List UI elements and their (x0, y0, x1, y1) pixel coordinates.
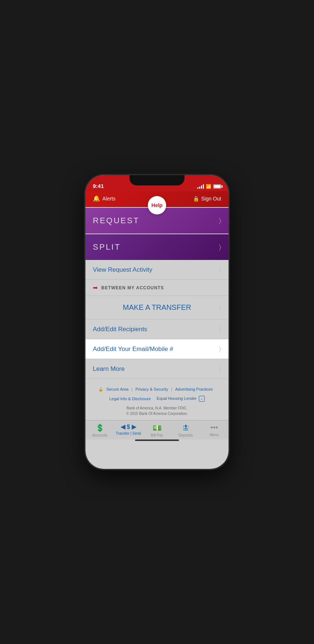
learn-more-item[interactable]: Learn More 〉 (85, 359, 229, 379)
accounts-icon: 💲 (95, 423, 105, 432)
home-indicator (135, 439, 179, 441)
add-edit-email-item[interactable]: Add/Edit Your Email/Mobile # 〉 (85, 339, 229, 359)
between-accounts-label: BETWEEN MY ACCOUNTS (101, 285, 164, 290)
split-label: SPLIT (93, 242, 121, 252)
help-button[interactable]: Help (148, 196, 166, 214)
header-bar: 🔔 Alerts Help 🔒 Sign Out (85, 191, 229, 207)
deposits-icon: 🏦 (181, 423, 190, 432)
equal-housing-link[interactable]: Equal Housing Lender ⌂ (154, 395, 208, 402)
lock-icon: 🔒 (193, 196, 199, 202)
tab-transfer-send[interactable]: ◀ $ ▶ Transfer | Send (114, 423, 143, 437)
bill-pay-icon: 💵 (153, 423, 162, 432)
split-button[interactable]: SPLIT 〉 (85, 234, 229, 260)
between-accounts-header: ➡ BETWEEN MY ACCOUNTS (85, 280, 229, 296)
add-edit-recipients-label: Add/Edit Recipients (93, 326, 147, 333)
view-request-chevron-icon: 〉 (219, 266, 221, 274)
phone-frame: 9:41 📶 🔔 Alerts Help (85, 175, 229, 469)
add-edit-recipients-item[interactable]: Add/Edit Recipients 〉 (85, 319, 229, 339)
wifi-icon: 📶 (206, 184, 211, 189)
request-chevron-icon: 〉 (219, 217, 221, 225)
deposits-label: Deposits (179, 433, 193, 437)
footer-copyright: Bank of America, N.A. Member FDIC. © 201… (93, 405, 221, 416)
alerts-button[interactable]: 🔔 Alerts (93, 195, 116, 202)
make-transfer-chevron-icon: 〉 (219, 304, 221, 311)
add-edit-recipients-chevron-icon: 〉 (219, 325, 221, 333)
alerts-label: Alerts (102, 196, 116, 202)
status-icons: 📶 (197, 184, 221, 189)
status-time: 9:41 (93, 183, 104, 189)
phone-screen: 9:41 📶 🔔 Alerts Help (85, 175, 229, 469)
accounts-label: Accounts (92, 433, 107, 437)
notch (129, 175, 185, 185)
tab-bar: 💲 Accounts ◀ $ ▶ Transfer | Send 💵 Bill … (85, 420, 229, 439)
footer-links-row-2: Legal Info & Disclosure Equal Housing Le… (93, 395, 221, 402)
arrows-icon: ➡ (93, 284, 98, 291)
view-request-activity-label: View Request Activity (93, 266, 152, 274)
lock-secure-icon: 🔒 (98, 387, 103, 392)
bell-icon: 🔔 (93, 195, 100, 202)
learn-more-chevron-icon: 〉 (219, 365, 221, 373)
footer-section: 🔒 Secure Area | Privacy & Security | Adv… (85, 379, 229, 420)
menu-dots-icon: ••• (210, 423, 218, 432)
legal-info-link[interactable]: Legal Info & Disclosure (106, 396, 154, 402)
make-transfer-item[interactable]: MAKE A TRANSFER 〉 (85, 296, 229, 319)
make-transfer-label: MAKE A TRANSFER (93, 303, 221, 312)
advertising-practices-link[interactable]: Advertising Practices (172, 386, 216, 392)
menu-label: Menu (209, 433, 219, 437)
list-section: View Request Activity 〉 ➡ BETWEEN MY ACC… (85, 260, 229, 420)
transfer-send-icon: ◀ $ ▶ (121, 423, 136, 430)
add-edit-email-label: Add/Edit Your Email/Mobile # (93, 345, 173, 353)
signout-button[interactable]: 🔒 Sign Out (193, 196, 221, 202)
request-label: REQUEST (93, 216, 139, 225)
equal-housing-label: Equal Housing Lender (157, 396, 197, 401)
secure-area-link[interactable]: Secure Area (103, 386, 132, 392)
learn-more-label: Learn More (93, 365, 125, 373)
view-request-activity-item[interactable]: View Request Activity 〉 (85, 260, 229, 280)
bill-pay-label: Bill Pay (151, 433, 163, 437)
transfer-send-label: Transfer | Send (116, 431, 141, 435)
privacy-security-link[interactable]: Privacy & Security (132, 386, 171, 392)
tab-bill-pay[interactable]: 💵 Bill Pay (143, 423, 171, 437)
signal-bars-icon (197, 184, 204, 189)
split-chevron-icon: 〉 (219, 243, 221, 251)
tab-accounts[interactable]: 💲 Accounts (85, 423, 114, 437)
equal-housing-icon: ⌂ (199, 396, 205, 402)
signout-label: Sign Out (201, 196, 221, 202)
tab-menu[interactable]: ••• Menu (200, 423, 229, 437)
add-edit-email-chevron-icon: 〉 (219, 345, 221, 353)
tab-deposits[interactable]: 🏦 Deposits (171, 423, 200, 437)
footer-links-row-1: 🔒 Secure Area | Privacy & Security | Adv… (93, 386, 221, 392)
battery-icon (213, 184, 221, 189)
